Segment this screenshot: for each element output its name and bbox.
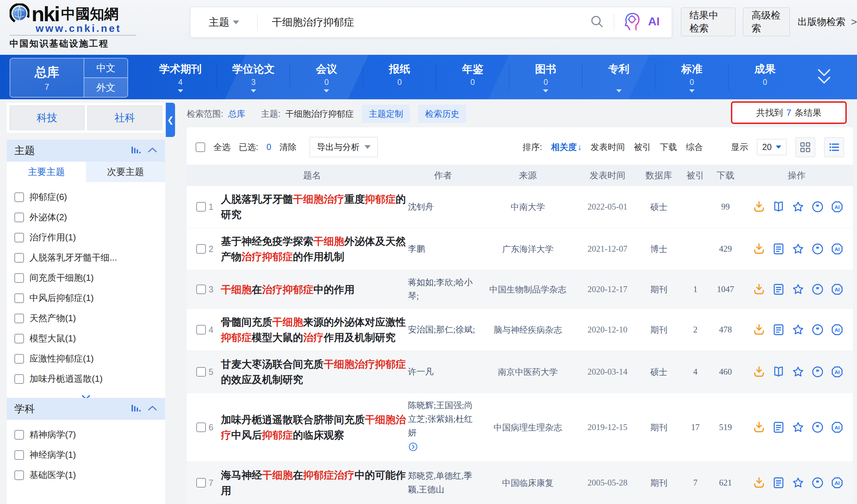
advanced-search-button[interactable]: 高级检索 bbox=[743, 8, 790, 36]
select-all-checkbox[interactable] bbox=[196, 142, 205, 152]
filter-checkbox[interactable] bbox=[14, 273, 24, 283]
sort-option-1[interactable]: 发表时间 bbox=[591, 141, 625, 153]
export-analyze-button[interactable]: 导出与分析 bbox=[310, 137, 378, 157]
cnki-logo[interactable]: nki 中國知網 www.cnki.net 中国知识基础设施工程 bbox=[10, 3, 136, 50]
download-icon[interactable] bbox=[752, 282, 766, 296]
result-source-link[interactable]: 南京中医药大学 bbox=[478, 366, 577, 378]
sort-option-0[interactable]: 相关度↓ bbox=[551, 141, 582, 153]
result-cited-count[interactable]: 1 bbox=[680, 285, 710, 294]
sort-option-2[interactable]: 被引 bbox=[634, 141, 651, 153]
row-checkbox[interactable] bbox=[196, 285, 206, 294]
search-in-results-button[interactable]: 结果中检索 bbox=[681, 8, 735, 36]
quote-icon[interactable]: ❞ bbox=[811, 323, 824, 337]
html-read-icon[interactable] bbox=[772, 420, 785, 434]
favorite-star-icon[interactable] bbox=[791, 200, 805, 214]
row-checkbox[interactable] bbox=[196, 202, 206, 212]
html-read-icon[interactable] bbox=[772, 476, 785, 490]
subject-item-1[interactable]: 神经病学(1) bbox=[7, 445, 165, 465]
favorite-star-icon[interactable] bbox=[791, 282, 805, 296]
nav-more-button[interactable] bbox=[815, 67, 833, 88]
nav-tab-8[interactable]: 成果0 bbox=[729, 55, 802, 99]
page-size-select[interactable]: 20 bbox=[757, 139, 786, 155]
result-source-link[interactable]: 中国临床康复 bbox=[478, 477, 577, 489]
select-all-label[interactable]: 全选 bbox=[213, 141, 231, 153]
result-download-count[interactable]: 429 bbox=[710, 244, 741, 254]
sort-option-4[interactable]: 综合 bbox=[686, 141, 703, 153]
quote-icon[interactable]: ❞ bbox=[811, 420, 824, 434]
row-checkbox[interactable] bbox=[196, 367, 206, 377]
result-title-link[interactable]: 甘麦大枣汤联合间充质干细胞治疗抑郁症的效应及机制研究 bbox=[221, 356, 408, 387]
result-title-link[interactable]: 基于神经免疫学探索干细胞外泌体及天然产物治疗抑郁症的作用机制 bbox=[221, 234, 408, 264]
topic-item-0[interactable]: 抑郁症(6) bbox=[7, 187, 165, 207]
quote-icon[interactable]: ❞ bbox=[811, 365, 824, 379]
nav-tab-7[interactable]: 标准0 bbox=[655, 55, 728, 99]
topic-item-4[interactable]: 间充质干细胞(1) bbox=[7, 268, 165, 288]
filter-checkbox[interactable] bbox=[14, 470, 24, 480]
search-field-select[interactable]: 主题 bbox=[190, 15, 257, 29]
nav-tab-5[interactable]: 图书0 bbox=[509, 55, 582, 99]
language-tab-foreign[interactable]: 外文 bbox=[84, 77, 127, 97]
topic-sub-tab-0[interactable]: 主要主题 bbox=[7, 162, 86, 182]
download-icon[interactable] bbox=[752, 323, 766, 337]
nav-tab-3[interactable]: 报纸0 bbox=[363, 55, 436, 99]
topic-item-5[interactable]: 中风后抑郁症(1) bbox=[7, 288, 165, 308]
result-title-link[interactable]: 骨髓间充质干细胞来源的外泌体对应激性抑郁症模型大鼠的治疗作用及机制研究 bbox=[221, 314, 408, 345]
filter-checkbox[interactable] bbox=[14, 374, 24, 384]
search-history-button[interactable]: 检索历史 bbox=[418, 105, 466, 123]
filter-checkbox[interactable] bbox=[14, 354, 24, 364]
read-online-icon[interactable] bbox=[772, 365, 785, 379]
favorite-star-icon[interactable] bbox=[791, 242, 805, 256]
ai-assist-icon[interactable]: AI bbox=[830, 365, 844, 379]
html-read-icon[interactable] bbox=[772, 242, 785, 256]
result-title-link[interactable]: 加味丹栀逍遥散联合脐带间充质干细胞治疗中风后抑郁症的临床观察 bbox=[221, 412, 408, 443]
result-download-count[interactable]: 621 bbox=[710, 478, 741, 488]
result-cited-count[interactable]: 2 bbox=[680, 325, 710, 335]
filter-checkbox[interactable] bbox=[14, 233, 24, 242]
ai-assist-icon[interactable]: AI bbox=[830, 282, 844, 296]
sidebar-collapse-button[interactable]: ❮ bbox=[166, 103, 175, 137]
result-title-link[interactable]: 干细胞在治疗抑郁症中的作用 bbox=[221, 282, 408, 297]
download-icon[interactable] bbox=[752, 420, 766, 434]
result-authors[interactable]: 陈晓辉;王国强;尚立芝;张紫娟;杜红妍 bbox=[408, 399, 478, 456]
result-title-link[interactable]: 海马神经干细胞在抑郁症治疗中的可能作用 bbox=[221, 467, 408, 498]
ai-assist-icon[interactable]: AI bbox=[830, 200, 844, 214]
bar-chart-icon[interactable] bbox=[131, 145, 141, 156]
nav-tab-0[interactable]: 学术期刊4 bbox=[144, 55, 217, 99]
row-checkbox[interactable] bbox=[196, 423, 206, 432]
topic-item-7[interactable]: 模型大鼠(1) bbox=[7, 328, 165, 349]
result-source-link[interactable]: 脑与神经疾病杂志 bbox=[478, 324, 577, 336]
nav-tab-4[interactable]: 年鉴0 bbox=[436, 55, 509, 99]
result-source-link[interactable]: 广东海洋大学 bbox=[478, 243, 577, 255]
publication-search-link[interactable]: 出版物检索 > bbox=[797, 15, 857, 28]
result-authors[interactable]: 李鹏 bbox=[408, 242, 478, 256]
filter-checkbox[interactable] bbox=[14, 314, 24, 323]
topic-item-3[interactable]: 人脱落乳牙牙髓干细... bbox=[7, 248, 165, 268]
row-checkbox[interactable] bbox=[196, 325, 206, 335]
row-checkbox[interactable] bbox=[196, 478, 206, 488]
filter-checkbox[interactable] bbox=[14, 450, 24, 460]
result-cited-count[interactable]: 17 bbox=[680, 423, 710, 432]
quote-icon[interactable]: ❞ bbox=[811, 282, 824, 296]
ai-assist-icon[interactable]: AI bbox=[830, 242, 844, 256]
result-authors[interactable]: 许一凡 bbox=[408, 365, 478, 379]
filter-checkbox[interactable] bbox=[14, 213, 24, 222]
favorite-star-icon[interactable] bbox=[791, 365, 805, 379]
favorite-star-icon[interactable] bbox=[791, 323, 805, 337]
result-download-count[interactable]: 1047 bbox=[710, 285, 741, 294]
result-cited-count[interactable]: 4 bbox=[680, 367, 710, 377]
result-download-count[interactable]: 460 bbox=[710, 367, 741, 377]
collapse-section-icon[interactable] bbox=[147, 147, 158, 155]
expand-authors-icon[interactable] bbox=[408, 442, 418, 452]
clear-selection-button[interactable]: 清除 bbox=[280, 141, 297, 153]
topic-custom-button[interactable]: 主题定制 bbox=[362, 105, 410, 123]
sort-option-3[interactable]: 下载 bbox=[660, 141, 677, 153]
filter-checkbox[interactable] bbox=[14, 430, 24, 440]
ai-search-button[interactable]: AI bbox=[614, 11, 672, 34]
subject-item-0[interactable]: 精神病学(7) bbox=[7, 425, 165, 445]
subject-item-2[interactable]: 基础医学(1) bbox=[7, 465, 165, 485]
filter-checkbox[interactable] bbox=[14, 253, 24, 263]
language-tab-chinese[interactable]: 中文 bbox=[84, 59, 127, 77]
result-download-count[interactable]: 519 bbox=[710, 423, 741, 432]
ai-assist-icon[interactable]: AI bbox=[830, 323, 844, 337]
result-source-link[interactable]: 中国病理生理杂志 bbox=[478, 422, 577, 433]
